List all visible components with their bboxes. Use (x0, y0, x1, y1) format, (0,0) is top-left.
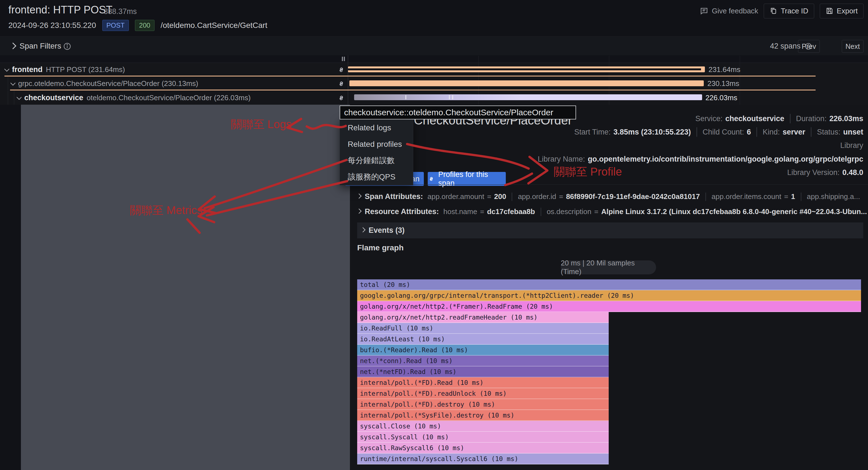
span-filters-toggle[interactable]: Span Filters (20, 41, 61, 51)
trace-timeline: frontend HTTP POST (231.64ms) 231.64ms g… (0, 55, 868, 105)
status-code-badge: 200 (135, 20, 154, 31)
chevron-right-icon[interactable] (9, 42, 16, 49)
give-feedback-label: Give feedback (712, 7, 758, 16)
meta-divider (756, 127, 757, 137)
menu-item-related-profiles[interactable]: Related profiles (340, 136, 413, 153)
flame-frame-2[interactable]: golang.org/x/net/http2.(*Framer).ReadFra… (357, 301, 861, 312)
chevron-right-icon[interactable] (356, 194, 361, 199)
flame-frame-11[interactable]: internal/poll.(*FD).destroy (10 ms) (357, 399, 609, 410)
column-resize-handle[interactable] (342, 57, 343, 61)
trace-id-button[interactable]: Trace ID (764, 4, 814, 19)
flame-graph-title: Flame graph (357, 243, 403, 252)
span-link-icon[interactable] (337, 80, 345, 89)
save-icon (826, 7, 833, 15)
flame-frame-1[interactable]: google.golang.org/grpc/internal/transpor… (357, 290, 861, 301)
flame-frame-0[interactable]: total (20 ms) (357, 280, 861, 290)
flame-frame-7[interactable]: net.(*conn).Read (10 ms) (357, 356, 609, 366)
attr-divider (541, 208, 541, 216)
span-attributes-row[interactable]: Span Attributes: app.order.amount = 200 … (357, 192, 860, 201)
resource-attributes-row[interactable]: Resource Attributes: host.name = dc17cfe… (357, 207, 867, 216)
span-bar-selected[interactable] (354, 94, 702, 100)
library-version-row: Library Version: 0.48.0 (787, 168, 863, 177)
request-path: /oteldemo.CartService/GetCart (161, 21, 268, 30)
span-bar-duration: 226.03ms (706, 93, 737, 102)
attr-value: dc17cfebaa8b (487, 207, 535, 216)
attr-key: host.name (443, 207, 477, 216)
menu-item-related-logs[interactable]: Related logs (340, 120, 413, 136)
span-count-label: 42 spans (770, 42, 801, 51)
span-link-icon[interactable] (337, 66, 345, 75)
flame-frame-6[interactable]: bufio.(*Reader).Read (10 ms) (357, 345, 609, 356)
span-filters-bar: Span Filters 42 spans Prev Next (0, 36, 868, 56)
span-bar[interactable] (348, 66, 705, 72)
column-resize-handle[interactable] (344, 57, 345, 61)
library-name-row: Library Name: go.opentelemetry.io/contri… (537, 155, 863, 164)
events-section-toggle[interactable]: Events (3) (357, 223, 863, 238)
meta-value: 0.48.0 (842, 168, 863, 177)
span-link-icon[interactable] (337, 94, 345, 103)
attr-key: app.order.amount (428, 192, 484, 201)
span-row-frontend[interactable]: frontend HTTP POST (231.64ms) 231.64ms (0, 62, 868, 77)
flame-frame-10[interactable]: internal/poll.(*FD).readUnlock (10 ms) (357, 388, 609, 399)
profiles-for-span-button[interactable]: Profiles for this span (428, 172, 506, 186)
attr-key: app.order.items.count (712, 192, 781, 201)
meta-value: 6 (747, 128, 751, 137)
library-section-header: Library (840, 141, 863, 150)
flame-frame-8[interactable]: net.(*netFD).Read (10 ms) (357, 366, 609, 377)
attr-eq: = (559, 192, 563, 201)
flame-frame-16[interactable]: runtime/internal/syscall.Syscall6 (10 ms… (357, 453, 609, 464)
copy-icon (770, 7, 777, 15)
span-meta-row-2: Start Time: 3.85ms (23:10:55.223) Child … (574, 127, 863, 137)
meta-label: Duration: (796, 114, 827, 123)
attr-value: 1 (791, 192, 795, 201)
flame-frame-3[interactable]: golang.org/x/net/http2.readFrameHeader (… (357, 312, 609, 323)
flame-frame-14[interactable]: syscall.Syscall (10 ms) (357, 432, 609, 443)
event-tick (405, 95, 406, 99)
attr-key: app.shipping.a... (807, 192, 860, 201)
next-span-button[interactable]: Next (842, 40, 864, 53)
attr-value: Alpine Linux 3.17.2 (Linux dc17cfebaa8b … (601, 207, 867, 216)
trace-timestamp: 2024-09-26 23:10:55.220 (8, 21, 96, 30)
span-detail-panel: oteldemo.CheckoutService/PlaceOrder Serv… (350, 105, 868, 470)
flame-frame-9[interactable]: internal/poll.(*FD).Read (10 ms) (357, 377, 609, 388)
span-row-grpc-placeorder[interactable]: grpc.oteldemo.CheckoutService/PlaceOrder… (0, 77, 868, 90)
method-badge: POST (102, 20, 129, 31)
span-bar-duration: 230.13ms (707, 79, 739, 88)
attr-eq: = (487, 192, 491, 201)
flame-frame-5[interactable]: io.ReadAtLeast (10 ms) (357, 334, 609, 345)
meta-divider (790, 114, 790, 123)
span-service: frontend (12, 65, 42, 74)
span-operation: grpc.oteldemo.CheckoutService/PlaceOrder… (18, 79, 198, 88)
meta-label: Status: (817, 128, 840, 137)
flame-frame-4[interactable]: io.ReadFull (10 ms) (357, 323, 609, 334)
flame-frame-15[interactable]: syscall.RawSyscall6 (10 ms) (357, 443, 609, 453)
link-icon (428, 175, 435, 182)
chevron-down-icon[interactable] (4, 66, 9, 71)
flame-frame-13[interactable]: syscall.Close (10 ms) (357, 421, 609, 432)
span-row-checkoutservice[interactable]: checkoutservice oteldemo.CheckoutService… (0, 91, 868, 105)
attr-divider (512, 193, 512, 201)
meta-value: checkoutservice (725, 114, 784, 123)
child-accent-line (10, 90, 815, 90)
trace-view-app: frontend: HTTP POST 338.37ms 2024-09-26 … (0, 0, 868, 470)
attr-eq: = (594, 207, 598, 216)
flame-frame-12[interactable]: internal/poll.(*SysFile).destroy (10 ms) (357, 410, 609, 421)
flame-graph-sample-badge: 20 ms | 20 Mil samples (Time) (561, 260, 656, 274)
attr-eq: = (784, 192, 788, 201)
trace-subheader: 2024-09-26 23:10:55.220 POST 200 /otelde… (8, 20, 268, 31)
resource-attributes-label: Resource Attributes: (365, 207, 439, 216)
give-feedback-button[interactable]: Give feedback (700, 6, 758, 16)
chevron-down-icon[interactable] (17, 95, 22, 100)
span-bar[interactable] (349, 80, 704, 86)
export-button[interactable]: Export (820, 4, 864, 19)
attr-divider (706, 193, 706, 201)
menu-item-service-qps[interactable]: 該服務的QPS (340, 169, 413, 185)
chevron-down-icon[interactable] (10, 80, 16, 85)
span-attributes-label: Span Attributes: (365, 192, 423, 201)
timeline-ruler (0, 55, 868, 63)
menu-item-errors-per-minute[interactable]: 每分鐘錯誤數 (340, 152, 413, 169)
chevron-right-icon[interactable] (356, 208, 361, 213)
attr-value: 86f8990f-7c19-11ef-9dae-0242c0a81017 (566, 192, 700, 201)
prev-span-button[interactable]: Prev (798, 40, 820, 53)
page-title: frontend: HTTP POST (8, 4, 112, 16)
